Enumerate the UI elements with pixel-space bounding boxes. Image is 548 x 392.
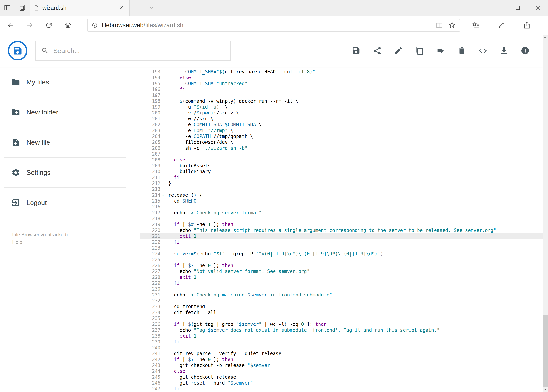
rename-button[interactable] [394,46,403,55]
code-line[interactable]: 232 [140,298,542,304]
code-line[interactable]: 242 if [ $? -ne 0 ]; then [140,357,542,363]
sidebar-item-settings[interactable]: Settings [0,158,140,188]
home-button[interactable] [62,19,75,32]
scroll-down-button[interactable] [542,386,548,392]
sidebar-item-new-file[interactable]: New file [0,127,140,157]
code-line[interactable]: 230 [140,286,542,292]
forward-button[interactable] [23,19,36,32]
code-line[interactable]: 207 [140,151,542,157]
code-line[interactable]: 205 filebrowser/dev \ [140,139,542,145]
code-line[interactable]: 202 -e COMMIT_SHA=$COMMIT_SHA \ [140,122,542,128]
copy-button[interactable] [415,46,424,55]
code-line[interactable]: 212} [140,181,542,186]
web-note-button[interactable] [495,19,508,32]
code-line[interactable]: 201 -w //src \ [140,116,542,122]
app-logo[interactable] [8,41,28,61]
help-link[interactable]: Help [12,238,22,246]
code-line[interactable]: 241 git rev-parse --verify --quiet relea… [140,351,542,357]
share-button[interactable] [520,19,534,32]
code-line[interactable]: 195 COMMIT_SHA="untracked" [140,81,542,86]
share-file-button[interactable] [373,46,382,55]
tab-list-button[interactable] [144,0,159,16]
code-editor[interactable]: 193 COMMIT_SHA="$(git rev-parse HEAD | c… [140,67,542,392]
code-line[interactable]: 239 fi [140,339,542,345]
refresh-button[interactable] [42,19,55,32]
code-line[interactable]: 231 echo "> Checking matching $semver in… [140,292,542,298]
code-line[interactable]: 240 [140,345,542,351]
code-line[interactable]: 243 git checkout -b release "$semver" [140,363,542,368]
code-line[interactable]: 227 echo "Not valid semver format. See s… [140,268,542,274]
code-line[interactable]: 245 git checkout release [140,374,542,380]
raw-view-button[interactable] [478,46,487,55]
more-menu-button[interactable] [546,19,548,32]
code-line[interactable]: 214▾release () { [140,192,542,198]
close-window-button[interactable] [528,0,548,16]
reading-view-icon[interactable] [435,21,443,29]
code-line[interactable]: 200 -v /$(pwd):/src:z \ [140,110,542,116]
code-line[interactable]: 222 fi [140,239,542,245]
code-line[interactable]: 236 if [ $(git tag | grep "$semver" | wc… [140,321,542,327]
info-button[interactable] [520,46,530,55]
code-line[interactable]: 220 echo "This release script requires a… [140,227,542,233]
code-line[interactable]: 221 exit 1 [140,233,542,239]
code-line[interactable]: 228 exit 1 [140,274,542,280]
code-line[interactable]: 225 [140,257,542,263]
code-line[interactable]: 238 exit 1 [140,333,542,339]
tabs-set-aside-button[interactable] [0,0,15,16]
code-line[interactable]: 211 fi [140,175,542,181]
search-box[interactable] [35,41,231,61]
code-line[interactable]: 213 [140,186,542,192]
tabs-preview-button[interactable] [15,0,30,16]
fold-marker-icon[interactable]: ▾ [160,192,166,198]
code-line[interactable]: 247 fi [140,386,542,392]
favorite-star-icon[interactable] [448,21,456,29]
code-line[interactable]: 199 -u "$(id -u)" \ [140,104,542,110]
code-line[interactable]: 224 semver=$(echo "$1" | grep -P '^v(0|[… [140,251,542,257]
code-line[interactable]: 219 if [ $# -ne 1 ]; then [140,222,542,227]
code-line[interactable]: 208 else [140,157,542,163]
code-line[interactable]: 246 git reset --hard "$semver" [140,380,542,386]
delete-button[interactable] [457,46,466,55]
tab-close-button[interactable] [117,3,126,12]
code-line[interactable]: 235 [140,315,542,321]
sidebar-item-my-files[interactable]: My files [0,67,140,97]
code-line[interactable]: 229 fi [140,280,542,286]
code-line[interactable]: 217 echo "> Checking semver format" [140,210,542,216]
code-line[interactable]: 210 buildBinary [140,169,542,175]
back-button[interactable] [4,19,17,32]
code-line[interactable]: 223 [140,245,542,251]
code-line[interactable]: 226 if [ $? -ne 0 ]; then [140,263,542,268]
new-tab-button[interactable] [130,0,144,16]
favorites-hub-button[interactable] [469,19,483,32]
download-button[interactable] [499,46,508,55]
code-line[interactable]: 194 else [140,75,542,81]
scrollbar-thumb[interactable] [542,315,548,387]
code-line[interactable]: 203 -e HOME="//tmp" \ [140,128,542,133]
save-button[interactable] [352,46,361,55]
vertical-scrollbar[interactable] [542,35,548,392]
address-bar[interactable]: filebrowser.web/files/wizard.sh [87,19,460,32]
minimize-button[interactable] [487,0,508,16]
search-input[interactable] [53,47,230,55]
code-line[interactable]: 234 git fetch --all [140,310,542,315]
code-line[interactable]: 193 COMMIT_SHA="$(git rev-parse HEAD | c… [140,69,542,75]
code-line[interactable]: 218 [140,216,542,222]
sidebar-item-logout[interactable]: Logout [0,188,140,218]
code-line[interactable]: 216 [140,204,542,210]
code-line[interactable]: 233 cd frontend [140,304,542,310]
scroll-up-button[interactable] [542,35,548,40]
code-line[interactable]: 237 echo "Tag $semver does not exist in … [140,327,542,333]
browser-tab[interactable]: wizard.sh [30,0,130,16]
code-line[interactable]: 197 [140,92,542,98]
move-button[interactable] [436,46,445,55]
code-line[interactable]: 204 -e GOPATH=//tmp/gopath \ [140,133,542,139]
code-line[interactable]: 215 cd $REPO [140,198,542,204]
code-line[interactable]: 209 buildAssets [140,163,542,169]
code-line[interactable]: 196 fi [140,86,542,92]
code-line[interactable]: 206 sh -c "./wizard.sh -b" [140,145,542,151]
code-line[interactable]: 198 $(command -v winpty) docker run --rm… [140,98,542,104]
site-info-icon[interactable] [91,22,98,29]
sidebar-item-new-folder[interactable]: New folder [0,97,140,127]
code-line[interactable]: 244 else [140,368,542,374]
maximize-button[interactable] [508,0,528,16]
